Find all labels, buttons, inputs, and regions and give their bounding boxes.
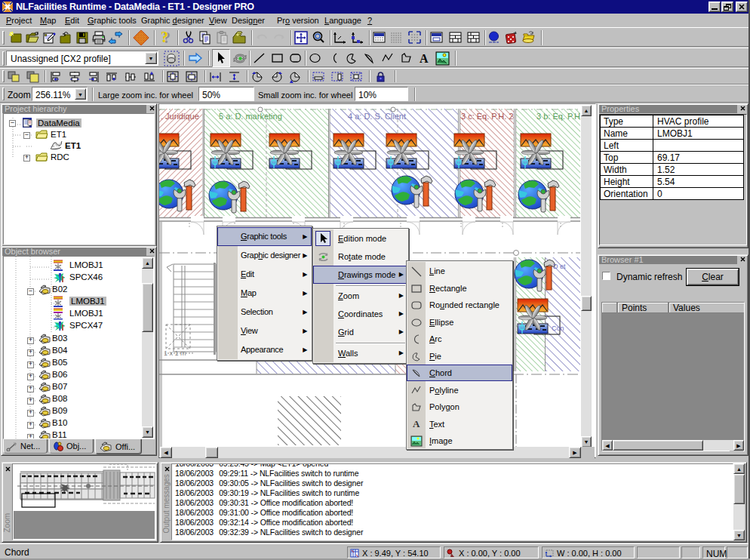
svg-text:A: A: [413, 418, 420, 429]
svg-text:?: ?: [161, 29, 168, 45]
svg-text:A: A: [420, 52, 429, 65]
svg-text:Con: Con: [552, 325, 564, 332]
svg-text:D et: D et: [553, 263, 566, 270]
